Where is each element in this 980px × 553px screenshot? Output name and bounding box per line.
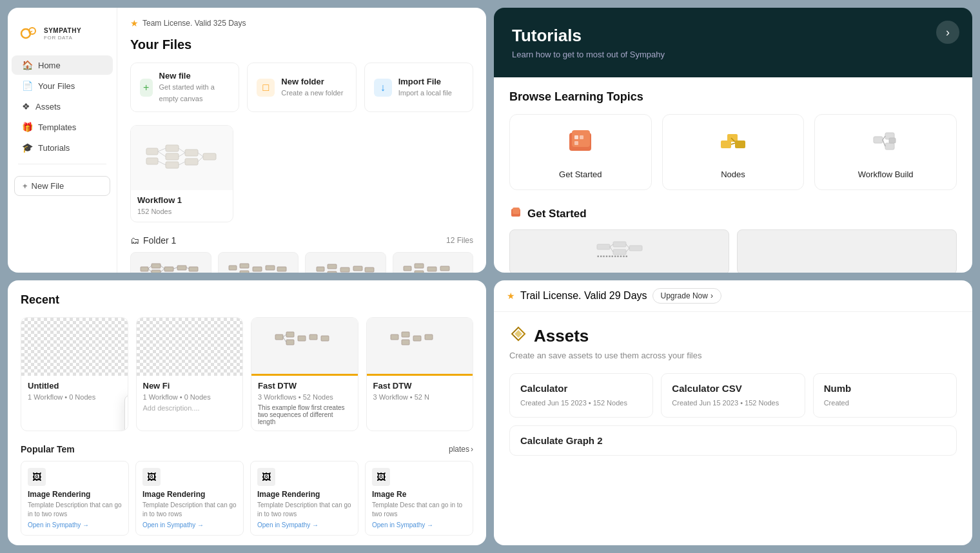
folder-name-text: Folder 1 [143, 235, 176, 246]
upgrade-now-button[interactable]: Upgrade Now › [652, 288, 721, 304]
workflow1-nodes: 152 Nodes [137, 208, 172, 215]
recent-file-fastdtw2[interactable]: Fast DTW 3 Workflow • 52 N [366, 317, 474, 431]
asset-numb[interactable]: Numb Created [813, 373, 957, 418]
new-file-sidebar-button[interactable]: + New File [14, 176, 110, 196]
asset-calculator-csv[interactable]: Calculator CSV Created Jun 15 2023 • 152… [661, 373, 805, 418]
svg-rect-8 [185, 150, 198, 156]
svg-text:■ ■ ■ ■ ■ ■ ■ ■ ■ ■ ■: ■ ■ ■ ■ ■ ■ ■ ■ ■ ■ ■ [597, 254, 627, 258]
folder-thumb-1[interactable] [130, 252, 211, 273]
sidebar-item-home[interactable]: 🏠 Home [12, 55, 113, 75]
template-link-3[interactable]: Open in Sympathy → [257, 521, 351, 529]
get-started-title: Get Started [527, 208, 587, 220]
svg-rect-19 [141, 267, 148, 271]
svg-rect-24 [189, 267, 198, 271]
template-link-1[interactable]: Open in Sympathy → [28, 521, 122, 529]
browse-title: Browse Learning Topics [509, 90, 957, 104]
star-icon: ★ [130, 18, 139, 28]
assets-diamond-icon [509, 325, 527, 347]
new-file-label: New File [32, 181, 64, 191]
recent-file-newfi[interactable]: New Fi 1 Workflow • 0 Nodes Add descript… [136, 317, 244, 431]
templates-icon: 🎁 [22, 122, 33, 132]
svg-rect-4 [146, 158, 158, 164]
topic-workflow-build[interactable]: Workflow Build [814, 114, 957, 190]
context-edit-desc[interactable]: Edit description [125, 416, 128, 431]
new-folder-card[interactable]: □ New folder Create a new folder [247, 63, 356, 112]
svg-rect-44 [415, 264, 424, 268]
sidebar-item-files[interactable]: 📄 Your Files [12, 76, 113, 95]
folder-thumb-4[interactable] [393, 252, 474, 273]
asset-numb-meta: Created [824, 399, 849, 407]
template-card-1[interactable]: 🖼 Image Rendering Template Description t… [21, 461, 129, 536]
svg-line-16 [179, 162, 185, 165]
tutorials-icon: 🎓 [22, 142, 33, 153]
new-file-card[interactable]: + New file Get started with a empty canv… [130, 63, 239, 112]
recent-file-newfi-thumb [137, 318, 243, 376]
template-label-3: Image Rendering [257, 490, 351, 499]
svg-rect-3 [146, 148, 158, 155]
folder-thumb-3[interactable] [305, 252, 386, 273]
recent-file-untitled[interactable]: Untitled 1 Workflow • 0 Nodes Rename Edi… [21, 317, 128, 431]
svg-rect-38 [328, 264, 337, 269]
topic-get-started[interactable]: Get Started [509, 114, 652, 190]
template-link-2[interactable]: Open in Sympathy → [142, 521, 237, 529]
import-file-label: Import File [398, 77, 452, 86]
asset-calculate-graph2[interactable]: Calculate Graph 2 [509, 425, 957, 456]
new-file-desc: Get started with a empty canvas [159, 83, 215, 102]
svg-rect-7 [166, 162, 179, 168]
tutorial-thumb-2[interactable] [737, 229, 957, 273]
svg-line-17 [198, 153, 203, 157]
svg-line-72 [626, 244, 629, 248]
svg-rect-43 [404, 266, 411, 271]
template-link-4[interactable]: Open in Sympathy → [372, 521, 466, 529]
svg-line-13 [158, 161, 166, 165]
workflow1-svg [143, 135, 220, 180]
svg-rect-31 [229, 266, 237, 270]
nodes-topic-icon [717, 125, 749, 163]
workflow1-card[interactable]: Workflow 1 152 Nodes [130, 125, 233, 222]
sidebar-item-tutorials[interactable]: 🎓 Tutorials [12, 138, 113, 157]
svg-line-70 [610, 244, 613, 247]
sidebar-item-assets[interactable]: ❖ Assets [12, 97, 113, 116]
recent-file-newfi-meta: 1 Workflow • 0 Nodes [143, 393, 211, 401]
folder-thumb-2[interactable] [218, 252, 299, 273]
logo-sub: FOR DATA [44, 35, 81, 41]
svg-rect-10 [203, 153, 216, 160]
new-file-label: New file [159, 71, 230, 81]
assets-license-bar: ★ Trail License. Valid 29 Days Upgrade N… [494, 280, 972, 312]
svg-rect-46 [427, 267, 436, 271]
tutorials-close-btn[interactable]: › [936, 21, 959, 44]
topic-nodes-label: Nodes [721, 170, 745, 179]
svg-rect-45 [415, 271, 424, 273]
upgrade-chevron: › [710, 291, 713, 300]
sidebar-item-templates[interactable]: 🎁 Templates [12, 117, 113, 137]
template-card-4[interactable]: 🖼 Image Re Template Desc that can go in … [365, 461, 473, 536]
assets-license-text: Trail License. Valid 29 Days [520, 290, 647, 302]
asset-bottom-name: Calculate Graph 2 [520, 435, 946, 446]
recent-file-fastdtw2-name: Fast DTW [373, 381, 467, 391]
tutorial-thumb-1[interactable]: ■ ■ ■ ■ ■ ■ ■ ■ ■ ■ ■ [509, 229, 729, 273]
svg-rect-21 [152, 270, 161, 273]
asset-calculator-meta: Created Jun 15 2023 • 152 Nodes [520, 399, 627, 407]
svg-rect-50 [574, 135, 578, 139]
svg-rect-34 [253, 267, 262, 271]
svg-rect-35 [266, 266, 275, 270]
context-rename[interactable]: Rename [125, 396, 128, 416]
new-folder-desc: Create a new folder [281, 89, 343, 97]
template-icon-4: 🖼 [372, 468, 390, 486]
see-templates-link[interactable]: plates › [449, 445, 473, 454]
template-card-3[interactable]: 🖼 Image Rendering Template Description t… [250, 461, 358, 536]
get-started-icon [509, 206, 522, 222]
recent-file-fastdtw1-name: Fast DTW [258, 381, 351, 391]
recent-file-newfi-desc: Add description.... [143, 404, 237, 412]
svg-line-11 [158, 148, 166, 151]
template-card-2[interactable]: 🖼 Image Rendering Template Description t… [135, 461, 244, 536]
svg-rect-65 [513, 208, 520, 214]
topic-nodes[interactable]: Nodes [662, 114, 805, 190]
asset-calculator[interactable]: Calculator Created Jun 15 2023 • 152 Nod… [509, 373, 653, 418]
import-file-card[interactable]: ↓ Import File Import a local file [364, 63, 473, 112]
asset-calculator-csv-name: Calculator CSV [672, 383, 794, 394]
recent-file-untitled-name: Untitled [28, 381, 121, 391]
svg-rect-76 [286, 332, 294, 337]
recent-file-fastdtw1[interactable]: Fast DTW 3 Workflows • 52 Nodes This exa… [251, 317, 358, 431]
svg-rect-63 [889, 138, 896, 143]
